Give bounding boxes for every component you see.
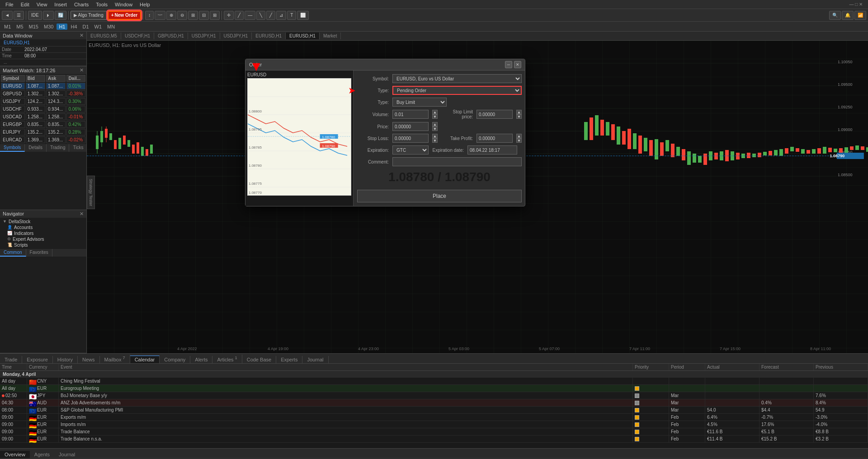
cal-tab-mailbox[interactable]: Mailbox 7 [100, 355, 130, 363]
cal-tab-experts[interactable]: Experts [276, 356, 302, 363]
tf-h4[interactable]: H4 [68, 23, 79, 30]
new-order-button[interactable]: + New Order [108, 11, 141, 20]
nav-ea[interactable]: ⚙ Expert Advisors [1, 236, 85, 242]
nav-tab-favorites[interactable]: Favorites [26, 249, 52, 257]
nav-tab-common[interactable]: Common [0, 249, 26, 257]
menu-tools[interactable]: Tools [92, 2, 111, 7]
mw-tab-ticks[interactable]: Ticks [69, 144, 86, 152]
nav-deltastock[interactable]: ▼ DeltaStock [1, 219, 85, 225]
expiration-date-input[interactable] [467, 145, 517, 155]
stop-limit-up[interactable]: ▲ [516, 110, 522, 114]
toolbar-grid[interactable]: ⊞ [188, 11, 198, 20]
menu-file[interactable]: File [2, 2, 17, 7]
menu-help[interactable]: Help [136, 2, 154, 7]
strategy-tester-tab[interactable]: Strategy Tester [87, 176, 95, 209]
sl-down[interactable]: ▼ [432, 138, 438, 143]
cal-row-7[interactable]: 09:00 🇩🇪 EUR Imports m/m Feb 4.5% 17.6% … [0, 421, 868, 428]
price-up[interactable]: ▲ [432, 122, 438, 126]
mw-row-gbpusd[interactable]: GBPUSD 1.302... 1.302... -0.38% [1, 90, 85, 97]
mw-tab-symbols[interactable]: Symbols [0, 144, 25, 152]
toolbar-ide[interactable]: IDE [28, 11, 42, 20]
cal-tab-calendar[interactable]: Calendar [130, 356, 160, 363]
tf-w1[interactable]: W1 [92, 23, 104, 30]
chart-tab-usdjpy-h1-2[interactable]: USDJPY,H1 [220, 33, 252, 39]
nav-scripts[interactable]: 📜 Scripts [1, 242, 85, 248]
toolbar-more1[interactable]: ⊟ [199, 11, 209, 20]
order-subtype-select[interactable]: Buy Limit Sell Limit Buy Stop Sell Stop [392, 98, 447, 107]
cal-row-4[interactable]: 04:30 🇦🇺 AUD ANZ Job Advertisements m/m … [0, 399, 868, 407]
cal-row-5[interactable]: 08:00 🇪🇺 EUR S&P Global Manufacturing PM… [0, 407, 868, 414]
algo-trading-button[interactable]: ▶ Algo Trading [71, 11, 107, 20]
price-down[interactable]: ▼ [432, 126, 438, 131]
toolbar-draw1[interactable]: ╲ [256, 11, 265, 20]
toolbar-line[interactable]: ╱ [235, 11, 244, 20]
cal-tab-alerts[interactable]: Alerts [190, 356, 212, 363]
stop-loss-input[interactable] [392, 134, 429, 143]
dialog-close[interactable]: ✕ [514, 61, 521, 68]
volume-input[interactable] [392, 110, 429, 119]
menu-edit[interactable]: Edit [17, 2, 33, 7]
mw-tab-details[interactable]: Details [25, 144, 47, 152]
chart-tab-gbpusd-h1[interactable]: GBPUSD,H1 [154, 33, 188, 39]
cal-row-9[interactable]: 09:00 🇩🇪 EUR Trade Balance n.s.a. Feb €1… [0, 436, 868, 443]
mw-row-usdchf[interactable]: USDCHF 0.933... 0.934... 0.06% [1, 106, 85, 112]
tp-up[interactable]: ▲ [516, 134, 522, 138]
chart-tab-usdchf-h1[interactable]: USDCHF,H1 [121, 33, 154, 39]
data-window-close[interactable]: ✕ [80, 33, 84, 38]
stop-limit-down[interactable]: ▼ [516, 114, 522, 119]
menu-charts[interactable]: Charts [71, 2, 92, 7]
toolbar-hline[interactable]: — [245, 11, 255, 20]
chart-tab-eurusd-h1-active[interactable]: EURUSD,H1 [286, 33, 320, 39]
toolbar-dropdown[interactable]: ◄ [2, 11, 13, 20]
cal-tab-exposure[interactable]: Exposure [22, 356, 52, 363]
nav-accounts[interactable]: 👤 Accounts [1, 225, 85, 230]
cal-tab-trade[interactable]: Trade [0, 356, 22, 363]
cal-tab-articles[interactable]: Articles 1 [212, 355, 242, 363]
dialog-minimize[interactable]: ─ [505, 61, 512, 68]
comment-input[interactable] [392, 157, 522, 166]
mw-tab-trading[interactable]: Trading [47, 144, 70, 152]
chart-tab-usdjpy-h1-1[interactable]: USDJPY,H1 [188, 33, 220, 39]
cal-tab-codebase[interactable]: Code Base [242, 356, 276, 363]
cal-row-2[interactable]: All day 🇪🇺 EUR Eurogroup Meeting [0, 385, 868, 392]
tf-mn[interactable]: MN [105, 23, 117, 30]
symbol-select[interactable]: EURUSD, Euro vs US Dollar [392, 74, 522, 83]
cal-row-8[interactable]: 09:00 🇩🇪 EUR Trade Balance Feb €11.6 B €… [0, 428, 868, 436]
volume-down[interactable]: ▼ [432, 114, 438, 119]
toolbar-search[interactable]: 🔍 [829, 11, 841, 20]
stop-limit-input[interactable] [476, 110, 513, 119]
strategy-tab-journal[interactable]: Journal [54, 451, 80, 458]
cal-tab-journal[interactable]: Journal [302, 356, 328, 363]
chart-tab-market[interactable]: Market [320, 33, 341, 39]
sl-up[interactable]: ▲ [432, 134, 438, 138]
tf-m30[interactable]: M30 [42, 23, 56, 30]
nav-indicators[interactable]: 📈 Indicators [1, 230, 85, 236]
toolbar-text[interactable]: T [287, 11, 296, 20]
order-type-select[interactable]: Pending Order Market Execution [392, 86, 522, 95]
chart-tab-eurusd-h1-1[interactable]: EURUSD,H1 [252, 33, 286, 39]
cal-row-3[interactable]: 02:50 🇯🇵 JPY BoJ Monetary Base y/y Mar 7… [0, 392, 868, 399]
navigator-close[interactable]: ✕ [80, 211, 84, 217]
strategy-tab-overview[interactable]: Overview [0, 451, 30, 458]
place-button[interactable]: Place [357, 190, 522, 202]
toolbar-chart-scale[interactable]: ↕ [145, 11, 154, 20]
strategy-tab-agents[interactable]: Agents [30, 451, 54, 458]
toolbar-notifications[interactable]: 🔔 [842, 11, 854, 20]
tf-m1[interactable]: M1 [2, 23, 13, 30]
tf-m15[interactable]: M15 [27, 23, 41, 30]
tf-m5[interactable]: M5 [14, 23, 25, 30]
toolbar-run[interactable]: ⏵ [43, 11, 54, 20]
mw-row-usdjpy[interactable]: USDJPY 124.2... 124.3... 0.30% [1, 98, 85, 105]
market-watch-close[interactable]: ✕ [80, 67, 84, 73]
mw-row-eurgbp[interactable]: EURGBP 0.835... 0.835... 0.42% [1, 121, 85, 128]
toolbar-draw2[interactable]: ╱ [266, 11, 275, 20]
mw-row-eurjpy[interactable]: EURJPY 135.2... 135.2... 0.28% [1, 129, 85, 136]
cal-row-6[interactable]: 09:00 🇩🇪 EUR Exports m/m Feb 6.4% -0.7% … [0, 414, 868, 421]
cal-row-1[interactable]: All day 🇨🇳 CNY Ching Ming Festival [0, 378, 868, 385]
toolbar-zoom-in[interactable]: ⊕ [166, 11, 176, 20]
chart-tab-eurusd-m5[interactable]: EURUSD,M5 [87, 33, 121, 39]
toolbar-wifi[interactable]: 📶 [854, 11, 866, 20]
take-profit-input[interactable] [476, 134, 513, 143]
menu-window[interactable]: Window [111, 2, 136, 7]
expiration-select[interactable]: GTC Today Specified [392, 145, 429, 155]
